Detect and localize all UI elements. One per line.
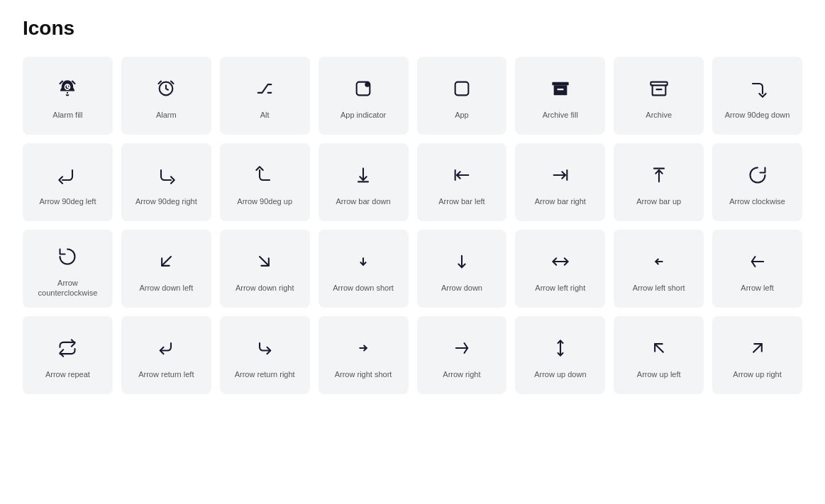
- icon-card-arrow-90deg-right[interactable]: Arrow 90deg right: [121, 143, 211, 221]
- icon-label-arrow-left-right: Arrow left right: [535, 283, 585, 293]
- svg-line-8: [171, 81, 174, 84]
- icon-card-arrow-down-short[interactable]: Arrow down short: [319, 230, 409, 308]
- icon-card-arrow-bar-up[interactable]: Arrow bar up: [614, 143, 704, 221]
- arrow-down-short-icon: [349, 247, 377, 276]
- icon-label-app-indicator: App indicator: [340, 110, 386, 120]
- icon-card-app[interactable]: App: [417, 57, 507, 135]
- arrow-left-right-icon: [546, 247, 575, 276]
- icon-label-arrow-clockwise: Arrow clockwise: [729, 196, 785, 206]
- arrow-up-left-icon: [645, 334, 673, 362]
- icon-label-arrow-up-right: Arrow up right: [733, 369, 781, 379]
- icon-card-alarm[interactable]: Alarm: [121, 57, 211, 135]
- icon-card-arrow-bar-left[interactable]: Arrow bar left: [417, 143, 507, 221]
- app-indicator-icon: [349, 74, 377, 103]
- icon-card-arrow-return-right[interactable]: Arrow return right: [220, 316, 310, 394]
- arrow-left-icon: [743, 247, 772, 276]
- icon-card-archive-fill[interactable]: Archive fill: [515, 57, 605, 135]
- icon-card-arrow-90deg-left[interactable]: Arrow 90deg left: [23, 143, 113, 221]
- icon-label-alt: Alt: [260, 110, 270, 120]
- svg-line-2: [72, 81, 75, 84]
- icon-card-arrow-up-down[interactable]: Arrow up down: [515, 316, 605, 394]
- icon-label-arrow-up-left: Arrow up left: [637, 369, 681, 379]
- icon-card-arrow-return-left[interactable]: Arrow return left: [121, 316, 211, 394]
- icon-label-arrow-left: Arrow left: [741, 283, 773, 293]
- icon-label-arrow-left-short: Arrow left short: [633, 283, 685, 293]
- arrow-up-right-icon: [743, 334, 772, 362]
- arrow-right-short-icon: [349, 334, 377, 362]
- svg-line-34: [655, 344, 663, 352]
- icon-card-arrow-90deg-up[interactable]: Arrow 90deg up: [220, 143, 310, 221]
- icon-label-archive-fill: Archive fill: [543, 110, 578, 120]
- alarm-icon: [152, 74, 180, 103]
- icon-label-arrow-90deg-down: Arrow 90deg down: [725, 110, 790, 120]
- archive-icon: [645, 74, 673, 103]
- svg-line-24: [162, 257, 171, 266]
- icon-label-archive: Archive: [646, 110, 672, 120]
- icon-card-arrow-right-short[interactable]: Arrow right short: [319, 316, 409, 394]
- page-title: Icons: [23, 17, 802, 40]
- arrow-left-short-icon: [645, 247, 673, 276]
- icon-label-arrow-bar-right: Arrow bar right: [535, 196, 586, 206]
- icon-label-arrow-90deg-right: Arrow 90deg right: [135, 196, 197, 206]
- arrow-counterclockwise-icon: [53, 242, 82, 271]
- arrow-down-icon: [448, 247, 476, 276]
- icon-label-arrow-bar-up: Arrow bar up: [636, 196, 681, 206]
- icon-card-arrow-bar-right[interactable]: Arrow bar right: [515, 143, 605, 221]
- arrow-return-right-icon: [250, 334, 279, 362]
- icon-card-arrow-repeat[interactable]: Arrow repeat: [23, 316, 113, 394]
- arrow-bar-right-icon: [546, 161, 575, 189]
- icon-card-arrow-up-left[interactable]: Arrow up left: [614, 316, 704, 394]
- icon-card-arrow-left-short[interactable]: Arrow left short: [614, 230, 704, 308]
- svg-rect-14: [650, 82, 667, 86]
- arrow-bar-down-icon: [349, 161, 377, 189]
- icon-label-arrow-bar-left: Arrow bar left: [438, 196, 485, 206]
- archive-fill-icon: [546, 74, 575, 103]
- svg-point-10: [365, 82, 370, 87]
- arrow-clockwise-icon: [743, 161, 772, 189]
- arrow-90deg-down-icon: [743, 74, 772, 103]
- arrow-down-right-icon: [250, 247, 279, 276]
- arrow-repeat-icon: [53, 334, 82, 362]
- icon-label-arrow-down-right: Arrow down right: [236, 283, 294, 293]
- alt-icon: [250, 74, 279, 103]
- arrow-right-icon: [448, 334, 476, 362]
- icon-card-arrow-bar-down[interactable]: Arrow bar down: [319, 143, 409, 221]
- icon-card-arrow-up-right[interactable]: Arrow up right: [712, 316, 802, 394]
- svg-line-25: [260, 257, 269, 266]
- icon-card-arrow-left[interactable]: Arrow left: [712, 230, 802, 308]
- svg-rect-12: [552, 82, 568, 86]
- icon-label-alarm: Alarm: [156, 110, 177, 120]
- icon-card-arrow-90deg-down[interactable]: Arrow 90deg down: [712, 57, 802, 135]
- icon-label-arrow-down-left: Arrow down left: [139, 283, 193, 293]
- svg-line-5: [67, 87, 69, 88]
- icon-card-alarm-fill[interactable]: Alarm fill: [23, 57, 113, 135]
- icon-card-alt[interactable]: Alt: [220, 57, 310, 135]
- icon-label-arrow-down-short: Arrow down short: [333, 283, 394, 293]
- svg-line-7: [159, 81, 162, 84]
- icon-card-arrow-clockwise[interactable]: Arrow clockwise: [712, 143, 802, 221]
- icon-card-arrow-counterclockwise[interactable]: Arrow counterclockwise: [23, 230, 113, 308]
- icon-card-arrow-down-left[interactable]: Arrow down left: [121, 230, 211, 308]
- icon-label-arrow-bar-down: Arrow bar down: [336, 196, 391, 206]
- arrow-90deg-up-icon: [250, 161, 279, 189]
- icon-card-archive[interactable]: Archive: [614, 57, 704, 135]
- arrow-90deg-left-icon: [53, 161, 82, 189]
- icon-card-arrow-down-right[interactable]: Arrow down right: [220, 230, 310, 308]
- icon-card-app-indicator[interactable]: App indicator: [319, 57, 409, 135]
- svg-point-0: [67, 92, 68, 94]
- icon-label-arrow-return-left: Arrow return left: [138, 369, 194, 379]
- arrow-up-down-icon: [546, 334, 575, 362]
- icon-label-alarm-fill: Alarm fill: [52, 110, 82, 120]
- arrow-bar-up-icon: [645, 161, 673, 189]
- icon-card-arrow-right[interactable]: Arrow right: [417, 316, 507, 394]
- icon-label-app: App: [455, 110, 469, 120]
- icon-grid: Alarm fillAlarmAltApp indicatorAppArchiv…: [23, 57, 802, 394]
- arrow-90deg-right-icon: [152, 161, 180, 189]
- arrow-down-left-icon: [152, 247, 180, 276]
- svg-rect-11: [455, 82, 469, 96]
- svg-line-35: [753, 344, 762, 352]
- icon-card-arrow-left-right[interactable]: Arrow left right: [515, 230, 605, 308]
- icon-label-arrow-right: Arrow right: [443, 369, 480, 379]
- app-icon: [448, 74, 476, 103]
- icon-card-arrow-down[interactable]: Arrow down: [417, 230, 507, 308]
